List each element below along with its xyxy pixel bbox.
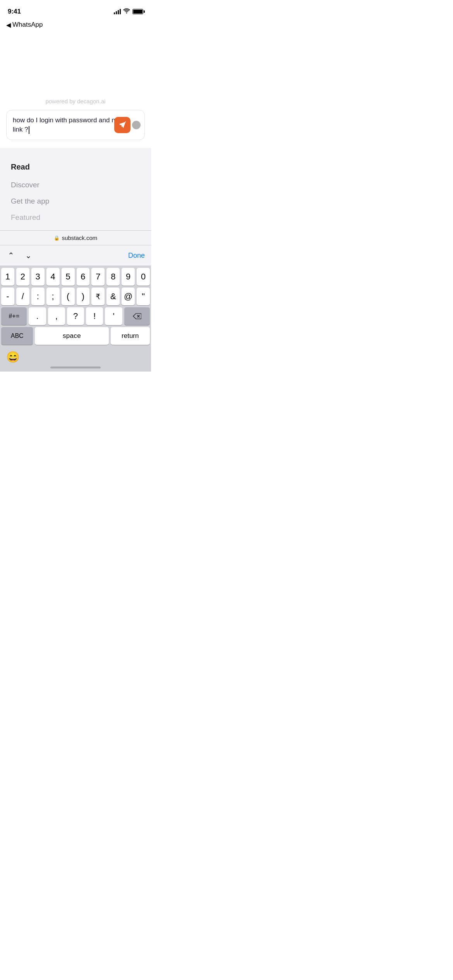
- key-9[interactable]: 9: [122, 268, 135, 286]
- cursor: [29, 126, 29, 134]
- menu-item-discover[interactable]: Discover: [11, 177, 140, 193]
- browser-bar: 🔒 substack.com: [0, 230, 151, 245]
- bottom-menu: Read Discover Get the app Featured: [0, 148, 151, 230]
- key-quote[interactable]: ": [137, 288, 150, 305]
- key-slash[interactable]: /: [16, 288, 29, 305]
- key-2[interactable]: 2: [16, 268, 29, 286]
- key-apostrophe[interactable]: ': [105, 307, 122, 325]
- key-7[interactable]: 7: [91, 268, 105, 286]
- status-bar: 9:41: [0, 0, 151, 19]
- send-button-wrapper: [114, 117, 141, 133]
- key-rparen[interactable]: ): [77, 288, 90, 305]
- key-abc[interactable]: ABC: [1, 327, 33, 345]
- key-at[interactable]: @: [122, 288, 135, 305]
- key-4[interactable]: 4: [46, 268, 60, 286]
- status-time: 9:41: [8, 8, 21, 15]
- key-colon[interactable]: :: [31, 288, 45, 305]
- battery-icon: [132, 9, 143, 14]
- nav-down-button[interactable]: ⌄: [24, 249, 33, 262]
- key-6[interactable]: 6: [77, 268, 90, 286]
- keyboard-row-symbols: - / : ; ( ) ₹ & @ ": [1, 288, 150, 305]
- key-semicolon[interactable]: ;: [46, 288, 60, 305]
- key-question[interactable]: ?: [67, 307, 84, 325]
- keyboard[interactable]: 1 2 3 4 5 6 7 8 9 0 - / : ; ( ) ₹ & @ " …: [0, 266, 151, 348]
- home-bar: [50, 367, 101, 368]
- status-icons: [114, 8, 143, 15]
- key-dash[interactable]: -: [1, 288, 14, 305]
- key-delete[interactable]: [124, 307, 150, 325]
- emoji-bar: 😄: [0, 348, 151, 364]
- key-lparen[interactable]: (: [62, 288, 75, 305]
- keyboard-row-special: #+= . , ? ! ': [1, 307, 150, 325]
- keyboard-row-bottom: ABC space return: [1, 327, 150, 345]
- menu-item-read[interactable]: Read: [11, 159, 140, 175]
- key-0[interactable]: 0: [137, 268, 150, 286]
- nav-arrows: ⌃ ⌄: [6, 249, 33, 262]
- chat-input-text[interactable]: how do I login with password and not lin…: [13, 116, 124, 134]
- signal-icon: [114, 9, 121, 14]
- key-return[interactable]: return: [111, 327, 150, 345]
- key-ampersand[interactable]: &: [106, 288, 120, 305]
- send-button[interactable]: [114, 117, 130, 133]
- keyboard-row-numbers: 1 2 3 4 5 6 7 8 9 0: [1, 268, 150, 286]
- wifi-icon: [123, 8, 130, 15]
- chat-input-container[interactable]: how do I login with password and not lin…: [6, 110, 145, 140]
- key-space[interactable]: space: [35, 327, 108, 345]
- key-comma[interactable]: ,: [48, 307, 65, 325]
- key-3[interactable]: 3: [31, 268, 45, 286]
- key-8[interactable]: 8: [106, 268, 120, 286]
- back-nav[interactable]: ◀ WhatsApp: [0, 19, 151, 32]
- toolbar-nav: ⌃ ⌄ Done: [0, 245, 151, 266]
- key-period[interactable]: .: [29, 307, 46, 325]
- key-hashtag-switch[interactable]: #+=: [1, 307, 27, 325]
- key-1[interactable]: 1: [1, 268, 14, 286]
- menu-item-get-app[interactable]: Get the app: [11, 193, 140, 209]
- menu-item-featured[interactable]: Featured: [11, 209, 140, 226]
- home-indicator: [0, 364, 151, 372]
- key-rupee[interactable]: ₹: [91, 288, 105, 305]
- chat-section: powered by decagon.ai how do I login wit…: [0, 32, 151, 148]
- emoji-button[interactable]: 😄: [6, 351, 20, 363]
- done-button[interactable]: Done: [128, 252, 145, 260]
- browser-url: substack.com: [62, 235, 98, 241]
- mic-toggle[interactable]: [132, 121, 141, 129]
- back-arrow-icon: ◀: [6, 21, 11, 29]
- nav-up-button[interactable]: ⌃: [6, 249, 16, 262]
- lock-icon: 🔒: [54, 235, 60, 241]
- key-exclaim[interactable]: !: [86, 307, 103, 325]
- powered-by-text: powered by decagon.ai: [45, 98, 105, 105]
- key-5[interactable]: 5: [62, 268, 75, 286]
- back-app-label: WhatsApp: [12, 21, 43, 29]
